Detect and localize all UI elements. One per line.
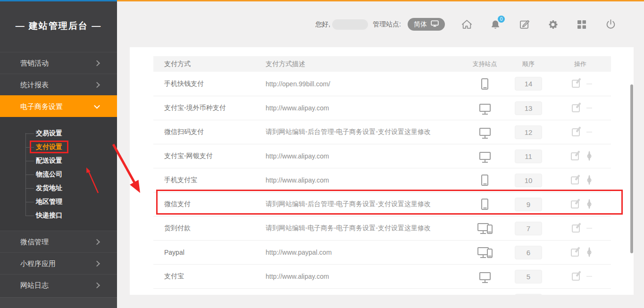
- sidebar-nav-item[interactable]: 电子商务设置: [0, 95, 117, 117]
- order-value: 9: [515, 198, 542, 211]
- edit-icon[interactable]: [518, 18, 530, 31]
- header-sites: 支持站点: [455, 60, 507, 68]
- table-row: 支付宝-网银支付 http://www.alipay.com 11: [153, 144, 611, 168]
- chevron-icon: [94, 260, 100, 266]
- greeting-text: 您好,: [315, 20, 330, 29]
- sidebar-submenu-item[interactable]: 支付设置: [0, 140, 117, 154]
- language-site-button[interactable]: 简体: [408, 18, 445, 31]
- sidebar-submenu-item[interactable]: 快递接口: [0, 208, 117, 222]
- edit-icon[interactable]: [572, 128, 580, 136]
- sidebar-submenu-item[interactable]: 配送设置: [0, 154, 117, 167]
- home-icon[interactable]: [460, 18, 473, 31]
- monitor-icon: [479, 152, 491, 160]
- table-row: [153, 288, 611, 295]
- edit-icon[interactable]: [571, 200, 579, 208]
- payment-method-name: 支付宝-网银支付: [153, 152, 266, 160]
- sidebar-nav-bottom: 微信管理 小程序应用 网站日志: [0, 231, 117, 296]
- payment-method-desc: http://www.alipay.com: [266, 176, 455, 184]
- edit-icon[interactable]: [571, 249, 579, 257]
- monitor-icon: [479, 272, 491, 280]
- sidebar-submenu-item[interactable]: 发货地址: [0, 181, 117, 195]
- order-value: [515, 294, 542, 295]
- visibility-toggle[interactable]: [588, 200, 590, 208]
- payment-method-name: 手机支付宝: [153, 176, 266, 184]
- order-value: 13: [515, 101, 542, 115]
- header-method: 支付方式: [153, 60, 266, 68]
- phone-icon: [481, 78, 488, 90]
- order-value: 14: [515, 77, 542, 91]
- sidebar-footer: [0, 297, 117, 308]
- apps-grid-icon[interactable]: [576, 18, 588, 31]
- phone-icon: [481, 199, 488, 210]
- payment-methods-table: 支付方式 支付方式描述 支持站点 顺序 操作 手机快钱支付 http://ope…: [153, 56, 611, 295]
- sidebar-submenu-item[interactable]: 地区管理: [0, 195, 117, 208]
- table-header-row: 支付方式 支付方式描述 支持站点 顺序 操作: [153, 56, 611, 72]
- eye-open-icon: [588, 175, 590, 185]
- monitor-icon: [479, 128, 491, 136]
- payment-method-name: 支付宝: [153, 272, 266, 281]
- monitor-icon: [431, 20, 439, 28]
- payment-method-desc: http://www.alipay.com: [266, 104, 455, 112]
- sidebar-nav-top: 营销活动 统计报表 电子商务设置: [0, 52, 117, 117]
- username-redacted-pill: [332, 19, 368, 30]
- table-row: Paypal http://www.paypal.com 6: [153, 240, 611, 264]
- monitor-icon: [479, 104, 491, 112]
- app-logo: — 建站管理后台 —: [0, 0, 117, 52]
- content-card: 支付方式 支付方式描述 支持站点 顺序 操作 手机快钱支付 http://ope…: [130, 47, 634, 295]
- order-value: 11: [515, 150, 542, 163]
- edit-icon[interactable]: [572, 80, 580, 88]
- table-row: 货到付款 请到网站编辑-电子商务-电子商务设置-支付设置这里修改 7: [153, 216, 611, 240]
- eye-open-icon: [588, 247, 590, 257]
- chevron-icon: [94, 282, 100, 288]
- payment-method-desc: 请到网站编辑-后台管理-电子商务设置-支付设置这里修改: [266, 200, 455, 208]
- chevron-icon: [94, 60, 100, 66]
- header-order: 顺序: [507, 60, 550, 68]
- visibility-toggle[interactable]: [588, 248, 590, 257]
- edit-icon[interactable]: [572, 273, 580, 281]
- sidebar-nav-item[interactable]: 网站日志: [0, 274, 117, 296]
- order-value: 12: [515, 125, 542, 139]
- settings-gear-icon[interactable]: [547, 18, 559, 31]
- sidebar-nav-item[interactable]: 统计报表: [0, 74, 117, 95]
- payment-method-desc: http://www.paypal.com: [266, 249, 455, 256]
- chevron-icon: [94, 102, 100, 108]
- vertical-scrollbar-thumb[interactable]: [630, 84, 633, 253]
- manage-site-label: 管理站点:: [373, 20, 401, 29]
- sidebar-submenu-item[interactable]: 交易设置: [0, 126, 117, 140]
- edit-icon[interactable]: [571, 176, 579, 184]
- sidebar-nav-item[interactable]: 小程序应用: [0, 252, 117, 274]
- table-row: 微信扫码支付 请到网站编辑-后台管理-电子商务设置-支付设置这里修改 12: [153, 120, 611, 144]
- sidebar: — 建站管理后台 — 营销活动 统计报表 电子商务设置 交易设置 支付设置 配送…: [0, 0, 117, 308]
- notifications-bell-icon[interactable]: 0: [489, 18, 502, 31]
- edit-icon[interactable]: [572, 225, 580, 233]
- order-value: 7: [515, 222, 542, 235]
- eye-open-icon: [588, 199, 590, 209]
- sidebar-nav-item[interactable]: 营销活动: [0, 52, 117, 74]
- notification-badge: 0: [498, 16, 505, 23]
- power-logout-icon[interactable]: [604, 18, 617, 31]
- sidebar-submenu: 交易设置 支付设置 配送设置 物流公司 发货地址 地区管理 快递接口: [0, 117, 117, 231]
- table-row: 手机支付宝 http://www.alipay.com 10: [153, 168, 611, 192]
- payment-method-desc: 请到网站编辑-后台管理-电子商务设置-支付设置这里修改: [266, 128, 455, 136]
- monitor-phone-icon: [477, 246, 493, 258]
- payment-method-desc: http://www.alipay.com: [266, 273, 455, 280]
- content-top-strip: [117, 0, 644, 1]
- edit-icon[interactable]: [572, 104, 580, 112]
- order-value: 5: [515, 270, 542, 283]
- phone-icon: [481, 175, 488, 186]
- sidebar-submenu-item[interactable]: 物流公司: [0, 167, 117, 181]
- table-row: 微信支付 请到网站编辑-后台管理-电子商务设置-支付设置这里修改 9: [153, 192, 611, 216]
- edit-icon[interactable]: [571, 152, 579, 160]
- payment-method-desc: 请到网站编辑-电子商务-电子商务设置-支付设置这里修改: [266, 224, 455, 233]
- visibility-toggle[interactable]: [588, 152, 590, 160]
- monitor-phone-icon: [477, 222, 493, 234]
- language-label: 简体: [414, 20, 427, 29]
- table-row: 支付宝-境外币种支付 http://www.alipay.com 13: [153, 96, 611, 120]
- eye-open-icon: [588, 151, 590, 161]
- header-actions: 操作: [550, 60, 611, 68]
- payment-method-name: 支付宝-境外币种支付: [153, 104, 266, 112]
- visibility-toggle[interactable]: [588, 176, 590, 184]
- sidebar-nav-item[interactable]: 微信管理: [0, 231, 117, 252]
- order-value: 10: [515, 174, 542, 187]
- payment-method-desc: http://open.99bill.com/: [266, 80, 455, 88]
